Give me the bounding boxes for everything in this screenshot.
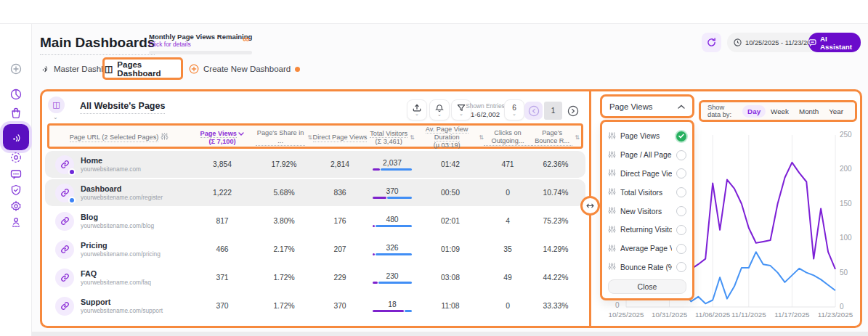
sidebar-item-user-location[interactable] [6, 212, 26, 232]
page-link-icon [55, 269, 74, 287]
panel-collapse-button[interactable] [580, 196, 600, 216]
radio-unchecked-icon[interactable] [676, 187, 686, 197]
cell-share: 17.92% [256, 160, 312, 168]
chat-icon [808, 38, 816, 46]
radio-unchecked-icon[interactable] [676, 206, 686, 216]
metric-dropdown-header[interactable]: Page Views [600, 94, 694, 118]
metric-option-new-visitors[interactable]: New Visitors [608, 202, 686, 221]
chevron-down-icon: ⌄ [437, 112, 442, 117]
close-button[interactable]: Close [608, 279, 686, 294]
page-url: yourwebsitename.com/register [81, 194, 163, 201]
page-url: yourwebsitename.com [81, 165, 141, 173]
table-row-pricing[interactable]: Pricing yourwebsitename.com/pricing 466 … [45, 236, 585, 263]
ai-assistant-label: AI Assistant [820, 35, 861, 51]
page-name: Pricing [81, 241, 161, 250]
shown-entries-value: 1-6/2,002 [463, 110, 507, 118]
cell-page-views: 370 [189, 302, 256, 310]
cell-direct-views: 229 [312, 274, 368, 282]
cell-duration: 01:09 [417, 245, 484, 253]
y-axis-tick: 250 [840, 131, 852, 139]
pages-window-icon[interactable]: ◫ [48, 97, 65, 113]
page-size-select[interactable]: 6 ⌄ [504, 99, 524, 120]
shopping-bag-icon [9, 107, 23, 120]
show-by-month[interactable]: Month [794, 105, 824, 118]
table-row-blog[interactable]: Blog yourwebsitename.com/blog 817 3.80% … [45, 208, 585, 234]
export-button[interactable]: ⌄ [407, 99, 427, 120]
drag-sliders-icon [608, 244, 616, 254]
cell-bounce: 44.22% [532, 274, 580, 282]
metric-option-direct-page-views[interactable]: Direct Page Views [608, 165, 686, 184]
drag-sliders-icon [608, 206, 616, 216]
cell-total-visitors: 230 [368, 272, 417, 284]
cell-share: 2.17% [256, 245, 312, 253]
metric-option-page-all-page-vi[interactable]: Page / All Page Vi... [608, 146, 686, 165]
column-header-6[interactable]: Av. Page View Duration(μ 03:19)⇅ [417, 126, 484, 149]
quota-label: Monthly Page Views Remaining [149, 33, 252, 41]
page-name: Dashboard [81, 184, 163, 193]
cell-bounce: 14.29% [532, 245, 580, 253]
cell-share: 5.68% [256, 189, 312, 197]
cell-total-visitors: 18 [368, 300, 417, 312]
quota-details-link[interactable]: Click for details [149, 41, 191, 48]
cell-page-views: 3,854 [189, 160, 256, 168]
chevron-down-icon: ⌄ [53, 114, 58, 120]
sidebar-item-add-circle[interactable] [6, 59, 26, 79]
show-by-year[interactable]: Year [824, 105, 848, 118]
column-header-1[interactable]: Page URL (2 Selected Pages) [49, 132, 189, 143]
y-axis-tick: 50 [840, 269, 848, 276]
column-header-5[interactable]: Total Visitors(Σ 3,461)⇅ [368, 130, 417, 146]
tab-pages-dashboard[interactable]: ◫ Pages Dashboard [102, 57, 183, 80]
ai-assistant-button[interactable]: AI Assistant [808, 33, 861, 52]
refresh-button[interactable] [702, 33, 721, 52]
table-row-home[interactable]: Home yourwebsitename.com 3,854 17.92% 2,… [45, 151, 585, 178]
clock-icon [734, 38, 742, 46]
metric-option-total-visitors[interactable]: Total Visitors [608, 183, 686, 202]
show-by-day[interactable]: Day [742, 105, 766, 118]
column-header-4[interactable]: Direct Page Views [312, 134, 368, 142]
drag-handle-icon[interactable] [161, 132, 169, 143]
radar-dashboard-icon [9, 131, 23, 144]
chevron-down-icon: ⌄ [415, 111, 419, 116]
cell-direct-views: 2,814 [312, 160, 368, 168]
radio-checked-icon[interactable] [676, 131, 686, 142]
radio-unchecked-icon[interactable] [676, 150, 686, 160]
metric-option-bounce-rate[interactable]: Bounce Rate (%) [608, 258, 686, 277]
tab-create-new-dashboard[interactable]: Create New Dashboard [189, 64, 300, 74]
table-row-faq[interactable]: FAQ yourwebsitename.com/faq 371 1.72% 22… [45, 264, 585, 291]
metric-option-label: Total Visitors [620, 189, 672, 197]
drag-sliders-icon [608, 168, 616, 179]
shown-entries: Shown Entries 1-6/2,002 [463, 102, 507, 118]
radio-unchecked-icon[interactable] [676, 262, 686, 272]
table-row-dashboard[interactable]: Dashboard yourwebsitename.com/register 1… [45, 179, 585, 206]
sidebar-item-pie-chart[interactable] [6, 84, 26, 105]
tab-create-label: Create New Dashboard [203, 65, 291, 73]
sidebar-item-shopping-bag[interactable] [6, 103, 26, 123]
radio-unchecked-icon[interactable] [676, 225, 686, 235]
metric-option-page-views[interactable]: Page Views [608, 127, 686, 146]
show-by-week[interactable]: Week [766, 105, 794, 118]
cell-share: 3.80% [256, 217, 312, 225]
column-header-3[interactable]: Page's Share in ...⇅ [256, 129, 312, 146]
column-header-7[interactable]: Clicks on Outgoing... [484, 129, 532, 146]
column-header-8[interactable]: Page's Bounce R...⇅ [532, 129, 580, 146]
alerts-button[interactable]: ⌄ [429, 99, 450, 120]
metric-option-label: Direct Page Views [620, 170, 672, 178]
radio-unchecked-icon[interactable] [676, 168, 686, 179]
next-page-button[interactable] [564, 102, 582, 120]
previous-page-button[interactable] [524, 102, 543, 120]
sidebar-item-radar-dashboard[interactable] [3, 124, 29, 150]
radio-unchecked-icon[interactable] [676, 244, 686, 254]
page-link-icon [55, 212, 74, 231]
metric-option-label: Page / All Page Vi... [620, 151, 672, 159]
column-header-2[interactable]: Page Views (Σ 7,100) [189, 130, 256, 146]
cell-duration: 00:50 [417, 189, 484, 197]
drag-sliders-icon [608, 131, 616, 142]
page-name: FAQ [81, 269, 151, 278]
radar-dashboard-icon [40, 64, 49, 73]
horizontal-scrollbar[interactable] [0, 332, 868, 336]
table-title: All Website's Pages [80, 101, 165, 114]
table-row-support[interactable]: Support yourwebsitename.com/support 370 … [45, 292, 585, 319]
metric-option-returning-visitors[interactable]: Returning Visitors [608, 221, 686, 239]
current-page-number[interactable]: 1 [544, 102, 562, 120]
metric-option-average-page-vie[interactable]: Average Page Vie... [608, 239, 686, 258]
